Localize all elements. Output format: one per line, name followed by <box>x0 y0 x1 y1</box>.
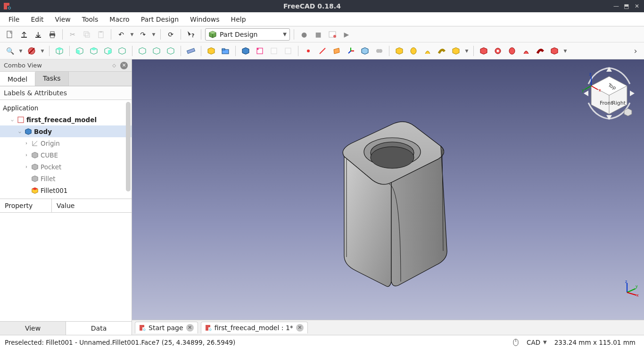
toolbar-overflow-icon[interactable]: › <box>631 46 640 56</box>
panel-close-icon[interactable]: ✕ <box>120 62 128 69</box>
tree-body[interactable]: ⌵ Body <box>0 125 132 137</box>
macro-list-icon[interactable] <box>326 28 339 41</box>
sub-primitive-icon[interactable] <box>548 45 561 57</box>
sub-loft-icon[interactable] <box>520 45 532 57</box>
view-top-icon[interactable] <box>88 45 100 57</box>
tree-item-fillet[interactable]: · Fillet <box>0 173 132 184</box>
datum-point-icon[interactable] <box>302 45 314 57</box>
close-icon[interactable]: ✕ <box>634 3 640 9</box>
menu-macro[interactable]: Macro <box>104 14 135 25</box>
menu-partdesign[interactable]: Part Design <box>135 14 184 25</box>
tab-close-icon[interactable]: ✕ <box>296 324 304 332</box>
expand-icon[interactable]: › <box>24 152 29 158</box>
drawstyle-icon[interactable] <box>25 45 38 57</box>
hole-icon[interactable] <box>492 45 504 57</box>
datum-line-icon[interactable] <box>316 45 329 57</box>
part-icon[interactable] <box>205 45 217 57</box>
create-sketch-icon[interactable] <box>254 45 266 57</box>
menu-file[interactable]: File <box>3 14 25 25</box>
undo-dropdown-icon[interactable]: ▼ <box>129 28 135 41</box>
zoom-dropdown-icon[interactable]: ▼ <box>18 45 24 57</box>
drawstyle-dropdown-icon[interactable]: ▼ <box>40 45 45 57</box>
print-icon[interactable] <box>46 28 58 41</box>
revolution-icon[interactable] <box>407 45 420 57</box>
view-rear-icon[interactable] <box>116 45 128 57</box>
datum-plane-icon[interactable] <box>330 45 343 57</box>
tab-close-icon[interactable]: ✕ <box>186 324 194 332</box>
pocket-icon[interactable] <box>478 45 490 57</box>
value-col[interactable]: Value <box>52 199 79 212</box>
tree-scrollbar[interactable] <box>126 102 131 191</box>
view-left-icon[interactable] <box>150 45 163 57</box>
create-body-icon[interactable] <box>239 45 252 57</box>
undo-icon[interactable]: ↶ <box>115 28 127 41</box>
model-tree[interactable]: Application ⌵ first_freecad_model ⌵ Body… <box>0 100 132 199</box>
measure-icon[interactable] <box>185 45 197 57</box>
sub-dropdown-icon[interactable]: ▼ <box>562 45 568 57</box>
menu-view[interactable]: View <box>50 14 76 25</box>
status-mouse-icon[interactable] <box>509 338 523 347</box>
macro-record-icon[interactable]: ● <box>298 28 310 41</box>
cut-icon[interactable]: ✂ <box>66 28 79 41</box>
refresh-icon[interactable]: ⟳ <box>165 28 177 41</box>
expand-icon[interactable]: ⌵ <box>17 129 23 134</box>
shapebinder-icon[interactable] <box>359 45 371 57</box>
redo-icon[interactable]: ↷ <box>137 28 149 41</box>
property-col[interactable]: Property <box>0 199 52 212</box>
save-file-icon[interactable] <box>32 28 44 41</box>
datum-cs-icon[interactable] <box>345 45 357 57</box>
tree-document[interactable]: ⌵ first_freecad_model <box>0 114 132 125</box>
maximize-icon[interactable]: ⬒ <box>623 3 630 9</box>
tree-item-cube[interactable]: › CUBE <box>0 149 132 161</box>
nav-style[interactable]: CAD▼ <box>523 339 551 346</box>
tree-item-pocket[interactable]: › Pocket <box>0 161 132 173</box>
copy-icon[interactable] <box>81 28 93 41</box>
view-right-icon[interactable] <box>102 45 114 57</box>
view-axo-icon[interactable] <box>165 45 177 57</box>
menu-tools[interactable]: Tools <box>76 14 104 25</box>
additive-dropdown-icon[interactable]: ▼ <box>464 45 470 57</box>
pipe-icon[interactable] <box>436 45 448 57</box>
paste-icon[interactable] <box>95 28 107 41</box>
sub-pipe-icon[interactable] <box>534 45 546 57</box>
group-icon[interactable] <box>219 45 231 57</box>
open-file-icon[interactable] <box>18 28 30 41</box>
svg-marker-49 <box>362 48 368 54</box>
view-front-icon[interactable] <box>74 45 86 57</box>
macro-stop-icon[interactable]: ■ <box>312 28 324 41</box>
expand-icon[interactable]: › <box>24 164 29 169</box>
menu-edit[interactable]: Edit <box>25 14 49 25</box>
workbench-selector[interactable]: Part Design ▼ <box>205 28 290 41</box>
whatsthis-icon[interactable]: ? <box>185 28 197 41</box>
edit-sketch-icon[interactable] <box>268 45 280 57</box>
3d-canvas[interactable]: Front Right Top z y x <box>132 59 644 320</box>
doc-tab-start[interactable]: Start page ✕ <box>135 322 198 333</box>
doc-tab-model[interactable]: first_freecad_model : 1* ✕ <box>201 322 308 333</box>
menu-windows[interactable]: Windows <box>184 14 225 25</box>
view-bottom-icon[interactable] <box>136 45 149 57</box>
pad-icon[interactable] <box>393 45 405 57</box>
clone-icon[interactable] <box>373 45 385 57</box>
groove-icon[interactable] <box>506 45 518 57</box>
macro-play-icon[interactable]: ▶ <box>340 28 353 41</box>
nav-cube[interactable]: Front Right Top z y x <box>581 65 637 122</box>
expand-icon[interactable]: ⌵ <box>9 117 15 122</box>
tree-item-origin[interactable]: › Origin <box>0 137 132 149</box>
new-file-icon[interactable] <box>4 28 16 41</box>
panel-float-icon[interactable]: ◇ <box>111 62 117 69</box>
additive-primitive-icon[interactable] <box>450 45 462 57</box>
tab-data[interactable]: Data <box>66 322 132 335</box>
redo-dropdown-icon[interactable]: ▼ <box>151 28 157 41</box>
minimize-icon[interactable]: — <box>613 3 619 9</box>
tab-tasks[interactable]: Tasks <box>35 72 69 86</box>
loft-icon[interactable] <box>421 45 434 57</box>
tab-model[interactable]: Model <box>0 72 35 86</box>
expand-icon[interactable]: › <box>24 141 29 146</box>
tab-view[interactable]: View <box>0 322 66 335</box>
map-sketch-icon[interactable] <box>282 45 294 57</box>
svg-line-86 <box>585 86 591 90</box>
tree-item-fillet001[interactable]: · Fillet001 <box>0 184 132 196</box>
zoom-in-icon[interactable]: 🔍 <box>4 45 16 57</box>
view-iso-icon[interactable] <box>53 45 66 57</box>
menu-help[interactable]: Help <box>225 14 252 25</box>
